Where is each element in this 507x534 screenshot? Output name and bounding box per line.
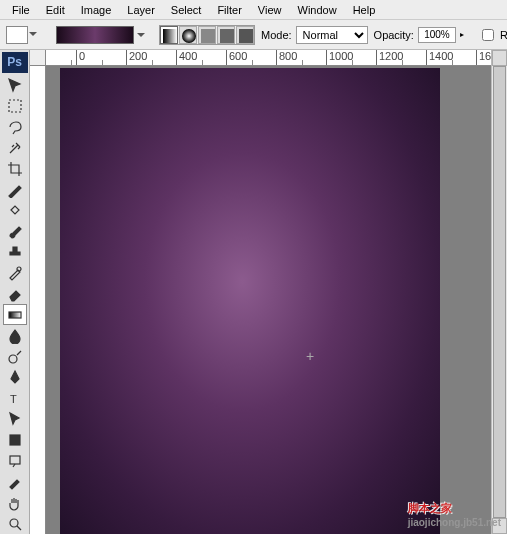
mode-label: Mode:: [261, 29, 292, 41]
watermark: 脚本之家 jiaojichong.jb51.net: [408, 496, 501, 528]
svg-text:T: T: [10, 393, 17, 405]
stamp-tool[interactable]: [3, 242, 27, 263]
menu-filter[interactable]: Filter: [209, 2, 249, 18]
scroll-thumb[interactable]: [493, 66, 506, 518]
gradient-type-group: [159, 25, 255, 45]
svg-rect-3: [220, 29, 234, 43]
workspace: Ps T 0 200 400 600 800 1000: [0, 50, 507, 534]
opacity-input[interactable]: [418, 27, 456, 43]
ruler-tick: 400: [176, 50, 226, 65]
menu-select[interactable]: Select: [163, 2, 210, 18]
app-logo: Ps: [2, 52, 28, 73]
horizontal-ruler[interactable]: 0 200 400 600 800 1000 1200 1400 1600 18…: [46, 50, 507, 66]
eyedropper-tool[interactable]: [3, 471, 27, 492]
ruler-corner: [30, 50, 46, 66]
brush-tool[interactable]: [3, 221, 27, 242]
svg-rect-7: [9, 312, 21, 318]
ruler-tick: [46, 50, 76, 65]
pen-tool[interactable]: [3, 367, 27, 388]
gradient-dropdown-icon[interactable]: [137, 33, 145, 41]
foreground-swatch[interactable]: [6, 26, 28, 44]
marquee-tool[interactable]: [3, 96, 27, 117]
wand-tool[interactable]: [3, 137, 27, 158]
hand-tool[interactable]: [3, 492, 27, 513]
dodge-tool[interactable]: [3, 346, 27, 367]
vertical-ruler[interactable]: [30, 66, 46, 534]
ruler-tick: 800: [276, 50, 326, 65]
zoom-tool[interactable]: [3, 513, 27, 534]
reflected-gradient-button[interactable]: [217, 26, 235, 44]
canvas-area: 0 200 400 600 800 1000 1200 1400 1600 18…: [30, 50, 507, 534]
menu-edit[interactable]: Edit: [38, 2, 73, 18]
notes-tool[interactable]: [3, 451, 27, 472]
linear-gradient-button[interactable]: [160, 26, 178, 44]
svg-point-8: [9, 355, 17, 363]
svg-rect-0: [163, 29, 177, 43]
gradient-preview[interactable]: [56, 26, 134, 44]
svg-rect-10: [10, 435, 20, 445]
svg-rect-2: [201, 29, 215, 43]
options-bar: Mode: Normal Opacity: ▸ Reve: [0, 20, 507, 50]
menu-image[interactable]: Image: [73, 2, 120, 18]
scroll-up-button[interactable]: [492, 50, 507, 66]
ruler-tick: 600: [226, 50, 276, 65]
mode-select[interactable]: Normal: [296, 26, 368, 44]
ruler-tick: 1200: [376, 50, 426, 65]
eraser-tool[interactable]: [3, 284, 27, 305]
move-tool[interactable]: [3, 75, 27, 96]
opacity-dropdown-icon[interactable]: ▸: [460, 30, 464, 39]
menu-help[interactable]: Help: [345, 2, 384, 18]
ruler-tick: 1400: [426, 50, 476, 65]
menu-bar: File Edit Image Layer Select Filter View…: [0, 0, 507, 20]
menu-window[interactable]: Window: [290, 2, 345, 18]
angle-gradient-button[interactable]: [198, 26, 216, 44]
svg-rect-11: [10, 456, 20, 464]
type-tool[interactable]: T: [3, 388, 27, 409]
menu-view[interactable]: View: [250, 2, 290, 18]
ruler-tick: 0: [76, 50, 126, 65]
diamond-gradient-button[interactable]: [236, 26, 254, 44]
menu-layer[interactable]: Layer: [119, 2, 163, 18]
ruler-tick: 1000: [326, 50, 376, 65]
ruler-tick: 200: [126, 50, 176, 65]
reverse-checkbox[interactable]: [482, 29, 494, 41]
gradient-tool[interactable]: [3, 304, 27, 325]
lasso-tool[interactable]: [3, 117, 27, 138]
svg-point-12: [10, 519, 18, 527]
crop-tool[interactable]: [3, 158, 27, 179]
crosshair-cursor-icon: +: [306, 348, 314, 364]
toolbox: Ps T: [0, 50, 30, 534]
radial-gradient-button[interactable]: [179, 26, 197, 44]
path-select-tool[interactable]: [3, 409, 27, 430]
svg-point-1: [182, 29, 196, 43]
vertical-scrollbar[interactable]: [491, 50, 507, 534]
history-brush-tool[interactable]: [3, 263, 27, 284]
svg-rect-5: [9, 100, 21, 112]
reverse-label: Reve: [500, 29, 507, 41]
opacity-label: Opacity:: [374, 29, 414, 41]
heal-tool[interactable]: [3, 200, 27, 221]
menu-file[interactable]: File: [4, 2, 38, 18]
document-canvas[interactable]: +: [60, 68, 440, 534]
slice-tool[interactable]: [3, 179, 27, 200]
blur-tool[interactable]: [3, 325, 27, 346]
svg-rect-4: [239, 29, 253, 43]
shape-tool[interactable]: [3, 430, 27, 451]
